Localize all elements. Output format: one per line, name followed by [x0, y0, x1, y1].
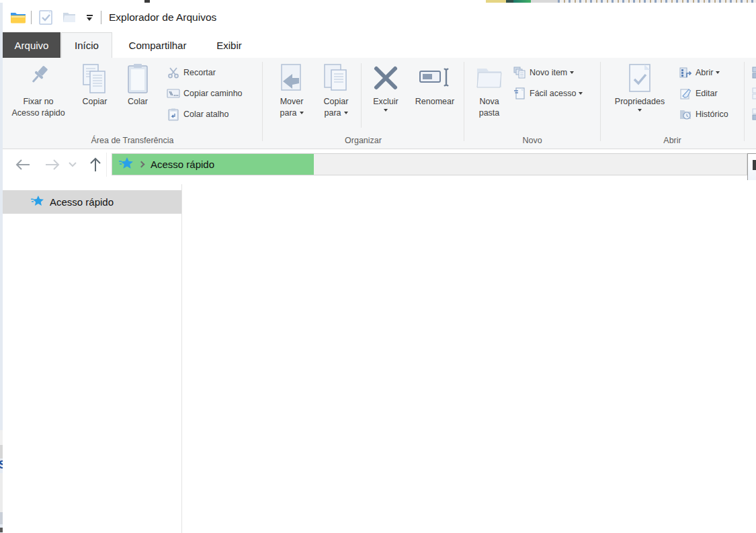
move-to-button[interactable]: Mover para	[271, 60, 312, 118]
breadcrumb-chevron-icon[interactable]	[138, 161, 145, 168]
breadcrumb: Acesso rápido	[112, 154, 214, 175]
new-folder-button[interactable]: Nova pasta	[470, 60, 509, 118]
button-label: Copiar	[315, 97, 357, 107]
group-label: Abrir	[601, 136, 744, 145]
tab-compartilhar[interactable]: Compartilhar	[116, 32, 200, 58]
copy-to-button[interactable]: Copiar para	[315, 60, 357, 118]
button-label: Nova	[470, 97, 509, 107]
copy-icon	[74, 60, 116, 95]
file-explorer-window: Explorador de Arquivos Arquivo Início Co…	[3, 3, 756, 533]
screen: S	[0, 0, 756, 533]
up-button[interactable]	[86, 155, 105, 174]
edit-button[interactable]: Editar	[679, 85, 718, 102]
rename-icon	[409, 60, 460, 95]
button-label: Fácil acesso	[530, 89, 576, 98]
group-label: Novo	[464, 136, 600, 145]
nav-separator	[106, 153, 107, 177]
history-icon	[679, 108, 692, 121]
ribbon: Fixar no Acesso rápido	[3, 58, 756, 149]
navigation-pane: Acesso rápido	[3, 180, 181, 533]
popup-glyph	[753, 160, 756, 170]
dropdown-arrow-icon	[638, 109, 642, 112]
navigation-bar: Acesso rápido	[3, 150, 756, 180]
button-label: Colar atalho	[183, 110, 228, 119]
pin-icon	[5, 60, 71, 95]
group-label: Área de Transferência	[3, 136, 262, 145]
button-label: Histórico	[696, 110, 728, 119]
customize-toolbar-arrow-icon[interactable]	[82, 3, 97, 32]
tab-exibir[interactable]: Exibir	[200, 32, 259, 58]
address-bar[interactable]: Acesso rápido	[112, 153, 747, 175]
forward-button[interactable]	[43, 155, 62, 174]
copy-button[interactable]: Copiar	[74, 60, 116, 107]
button-label: Renomear	[409, 97, 460, 107]
dropdown-arrow-icon	[300, 112, 304, 114]
new-item-icon	[513, 66, 526, 79]
titlebar: Explorador de Arquivos	[3, 3, 756, 32]
button-label: para	[271, 108, 312, 118]
pin-to-quick-access-button[interactable]: Fixar no Acesso rápido	[5, 60, 71, 118]
breadcrumb-root[interactable]: Acesso rápido	[151, 159, 214, 170]
titlebar-separator	[101, 11, 101, 24]
content-area: Acesso rápido	[3, 180, 756, 533]
copy-to-icon	[315, 60, 357, 95]
button-label: Copiar	[74, 97, 116, 107]
paste-button[interactable]: Colar	[118, 60, 157, 107]
paste-shortcut-button[interactable]: Colar atalho	[167, 106, 228, 123]
dropdown-arrow-icon	[384, 109, 388, 112]
button-label: Excluir	[365, 97, 407, 107]
open-icon	[679, 66, 692, 79]
button-label: Acesso rápido	[5, 108, 71, 118]
group-novo: Nova pasta Novo item	[464, 58, 600, 149]
group-area-de-transferencia: Fixar no Acesso rápido	[3, 58, 262, 149]
dropdown-arrow-icon	[579, 92, 583, 95]
copy-path-button[interactable]: Copiar caminho	[167, 85, 243, 102]
button-label: Recortar	[183, 68, 216, 77]
clipboard-icon	[118, 60, 157, 95]
easy-access-button[interactable]: Fácil acesso	[513, 85, 583, 102]
confirm-doc-icon[interactable]	[36, 3, 55, 32]
new-item-button[interactable]: Novo item	[513, 64, 574, 81]
ribbon-tabs: Arquivo Início Compartilhar Exibir	[3, 32, 756, 58]
easy-access-icon	[513, 87, 526, 100]
tab-inicio[interactable]: Início	[61, 32, 112, 58]
recent-locations-arrow-icon[interactable]	[66, 155, 79, 174]
select-none-button[interactable]	[751, 85, 756, 102]
edit-icon	[679, 87, 692, 100]
invert-selection-icon	[751, 108, 756, 121]
select-none-icon	[751, 87, 756, 100]
path-icon	[167, 87, 180, 100]
sidebar-item-label: Acesso rápido	[50, 196, 114, 208]
cut-button[interactable]: Recortar	[167, 64, 216, 81]
history-button[interactable]: Histórico	[679, 106, 728, 123]
invert-selection-button[interactable]	[751, 106, 756, 123]
button-label: Editar	[696, 89, 718, 98]
button-label: Fixar no	[5, 97, 71, 107]
delete-button[interactable]: Excluir	[365, 60, 407, 112]
scissors-icon	[167, 66, 180, 79]
button-label: Mover	[271, 97, 312, 107]
rename-button[interactable]: Renomear	[409, 60, 460, 107]
button-label: para	[315, 108, 357, 118]
window-title: Explorador de Arquivos	[109, 3, 216, 32]
folder-icon	[470, 60, 509, 95]
sidebar-item-acesso-rapido[interactable]: Acesso rápido	[3, 190, 181, 214]
properties-button[interactable]: Propriedades	[609, 60, 671, 112]
file-list-area[interactable]	[182, 180, 756, 533]
open-button[interactable]: Abrir	[679, 64, 720, 81]
button-label: Copiar caminho	[183, 89, 243, 98]
button-label: Colar	[118, 97, 157, 107]
group-selecionar-partial	[745, 58, 756, 149]
tab-arquivo[interactable]: Arquivo	[3, 32, 60, 58]
select-all-button[interactable]	[751, 64, 756, 81]
new-folder-toolbar-icon[interactable]	[60, 3, 78, 32]
group-label: Organizar	[263, 136, 464, 145]
quick-access-star-icon	[31, 195, 44, 210]
group-organizar: Mover para Copiar	[263, 58, 464, 149]
mini-separator	[361, 63, 362, 128]
dropdown-arrow-icon	[570, 71, 574, 74]
button-label: pasta	[470, 108, 509, 118]
button-label: Propriedades	[609, 97, 671, 107]
move-to-icon	[271, 60, 312, 95]
back-button[interactable]	[13, 155, 32, 174]
